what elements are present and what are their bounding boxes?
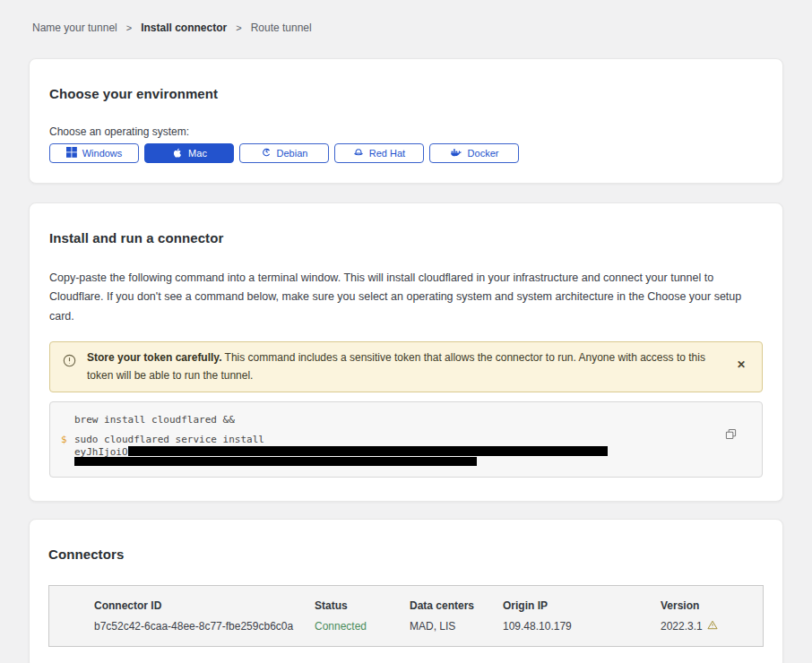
breadcrumb-separator: > [236, 22, 241, 33]
column-header-origin-ip: Origin IP [503, 599, 661, 612]
install-command-codeblock[interactable]: brew install cloudflared && $ sudo cloud… [49, 401, 763, 478]
redacted-token-bar [74, 457, 477, 466]
info-icon [63, 354, 76, 373]
warning-icon [707, 620, 718, 633]
token-line-2 [74, 457, 747, 466]
connectors-card: Connectors Connector ID Status Data cent… [29, 519, 783, 663]
os-button-docker[interactable]: Docker [429, 143, 519, 163]
breadcrumb-route-tunnel[interactable]: Route tunnel [251, 22, 312, 34]
docker-icon [450, 148, 462, 159]
debian-icon [261, 147, 272, 159]
column-header-version: Version [661, 599, 763, 612]
command-line-brew: brew install cloudflared && [74, 414, 747, 426]
connectors-table: Connector ID Status Data centers Origin … [48, 585, 764, 647]
os-button-group: Windows Mac Debian Red Hat Docker [49, 143, 763, 163]
install-connector-card: Install and run a connector Copy-paste t… [29, 202, 783, 502]
cell-data-centers: MAD, LIS [410, 620, 503, 633]
install-card-title: Install and run a connector [49, 230, 763, 245]
windows-icon [66, 147, 77, 159]
cell-connector-id: b7c52c42-6caa-48ee-8c77-fbe259cb6c0a [94, 620, 315, 633]
os-button-mac[interactable]: Mac [144, 143, 234, 163]
os-button-windows[interactable]: Windows [49, 143, 139, 163]
os-button-redhat[interactable]: Red Hat [334, 143, 424, 163]
shell-prompt: $ [61, 434, 67, 445]
install-card-description: Copy-paste the following command into a … [49, 269, 763, 326]
os-button-label: Debian [277, 148, 308, 159]
cell-version: 2022.3.1 [661, 620, 763, 633]
os-button-label: Mac [188, 148, 207, 159]
token-line: eyJhIjoiO [74, 446, 747, 457]
environment-card: Choose your environment Choose an operat… [29, 58, 783, 184]
command-text: sudo cloudflared service install [74, 434, 264, 445]
version-value: 2022.3.1 [661, 620, 703, 633]
cell-status: Connected [315, 620, 410, 633]
column-header-status: Status [315, 599, 410, 612]
column-header-data-centers: Data centers [410, 599, 503, 612]
copy-icon[interactable] [723, 426, 739, 444]
environment-card-title: Choose your environment [49, 86, 763, 101]
cell-origin-ip: 109.48.10.179 [503, 620, 661, 633]
token-warning-title: Store your token carefully. [87, 351, 222, 364]
os-button-label: Windows [82, 148, 123, 159]
os-button-label: Red Hat [369, 148, 405, 159]
os-button-debian[interactable]: Debian [239, 143, 329, 163]
column-header-connector-id: Connector ID [94, 599, 315, 612]
breadcrumb-install-connector[interactable]: Install connector [141, 22, 227, 34]
connectors-card-title: Connectors [48, 547, 764, 562]
breadcrumb-name-your-tunnel[interactable]: Name your tunnel [32, 22, 117, 34]
command-line-sudo: $ sudo cloudflared service install [74, 434, 747, 445]
breadcrumb: Name your tunnel > Install connector > R… [0, 0, 812, 34]
breadcrumb-separator: > [126, 22, 132, 33]
apple-icon [171, 147, 183, 160]
token-warning-text: Store your token carefully. This command… [87, 349, 721, 385]
token-warning-banner: Store your token carefully. This command… [49, 341, 763, 392]
os-select-label: Choose an operating system: [49, 125, 763, 138]
close-icon[interactable]: ✕ [731, 356, 751, 374]
redhat-icon [353, 147, 364, 159]
os-button-label: Docker [468, 148, 499, 159]
redacted-token-bar [128, 446, 608, 456]
